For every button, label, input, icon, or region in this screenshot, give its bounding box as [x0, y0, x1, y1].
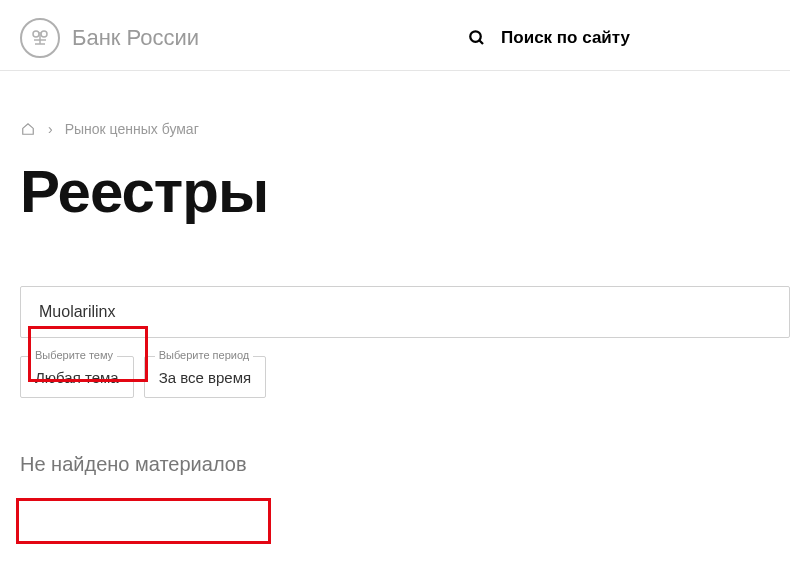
- search-label: Поиск по сайту: [501, 28, 630, 48]
- search-input[interactable]: [39, 303, 771, 321]
- breadcrumb: › Рынок ценных бумаг: [0, 71, 790, 147]
- result-message: Не найдено материалов: [20, 453, 247, 476]
- filter-row: Выберите тему Любая тема Выберите период…: [20, 356, 790, 398]
- search-input-wrap: [20, 286, 790, 338]
- page-title: Реестры: [0, 147, 790, 256]
- svg-line-3: [479, 40, 483, 44]
- theme-select[interactable]: Выберите тему Любая тема: [20, 356, 134, 398]
- period-select[interactable]: Выберите период За все время: [144, 356, 266, 398]
- svg-point-0: [33, 31, 39, 37]
- logo-group[interactable]: Банк России: [20, 18, 199, 58]
- site-search[interactable]: Поиск по сайту: [467, 28, 630, 48]
- highlight-annotation-result: [16, 498, 271, 544]
- home-icon[interactable]: [20, 121, 36, 137]
- theme-label: Выберите тему: [31, 349, 117, 361]
- header: Банк России Поиск по сайту: [0, 0, 790, 71]
- breadcrumb-separator: ›: [48, 121, 53, 137]
- svg-point-1: [41, 31, 47, 37]
- period-value: За все время: [159, 369, 251, 386]
- logo-icon: [20, 18, 60, 58]
- theme-value: Любая тема: [35, 369, 119, 386]
- breadcrumb-item[interactable]: Рынок ценных бумаг: [65, 121, 199, 137]
- period-label: Выберите период: [155, 349, 254, 361]
- search-icon: [467, 28, 487, 48]
- site-name: Банк России: [72, 25, 199, 51]
- svg-point-2: [470, 31, 481, 42]
- filters: Выберите тему Любая тема Выберите период…: [0, 256, 790, 398]
